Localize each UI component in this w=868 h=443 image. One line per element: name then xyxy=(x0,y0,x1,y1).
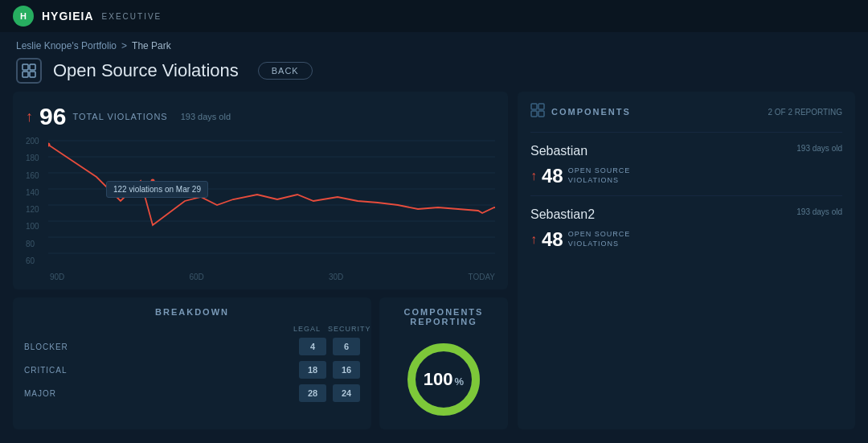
y-label-120: 120 xyxy=(26,205,39,214)
breadcrumb-portfolio[interactable]: Leslie Knope's Portfolio xyxy=(16,40,117,51)
main-content: ↑ 96 TOTAL VIOLATIONS 193 days old 200 1… xyxy=(0,92,868,429)
breakdown-row-blocker: BLOCKER 4 6 xyxy=(24,338,360,355)
component-name-1: Sebastian xyxy=(530,144,588,158)
component-violations-1: ↑ 48 OPEN SOURCE VIOLATIONS xyxy=(530,165,842,187)
breadcrumb: Leslie Knope's Portfolio > The Park xyxy=(0,32,868,55)
breakdown-label-blocker: BLOCKER xyxy=(24,343,299,351)
svg-point-12 xyxy=(47,143,51,147)
component-age-2: 193 days old xyxy=(796,207,842,216)
y-label-100: 100 xyxy=(26,222,39,231)
app-title: HYGIEIA xyxy=(42,10,94,23)
components-reporting-card: COMPONENTS REPORTING 100% xyxy=(379,297,508,429)
breakdown-title: BREAKDOWN xyxy=(24,307,360,317)
violations-count: 96 xyxy=(39,103,66,130)
breakdown-row-critical: CRITICAL 18 16 xyxy=(24,361,360,379)
components-title-row: COMPONENTS xyxy=(530,103,631,121)
y-label-80: 80 xyxy=(26,240,39,248)
top-navigation: H HYGIEIA EXECUTIVE xyxy=(0,0,868,32)
y-label-200: 200 xyxy=(26,137,39,146)
component-age-1: 193 days old xyxy=(796,144,842,153)
component-up-arrow-2: ↑ xyxy=(530,232,537,247)
breakdown-label-major: MAJOR xyxy=(24,389,299,398)
breakdown-col-headers: LEGAL SECURITY xyxy=(24,325,360,333)
y-label-180: 180 xyxy=(26,154,39,162)
components-icon xyxy=(530,103,545,121)
donut-percentage: 100 xyxy=(424,369,453,390)
violations-header: ↑ 96 TOTAL VIOLATIONS 193 days old xyxy=(26,103,495,130)
y-axis-labels: 200 180 160 140 120 100 80 60 xyxy=(26,137,39,265)
logo-icon: H xyxy=(13,6,34,27)
y-label-140: 140 xyxy=(26,188,39,197)
svg-rect-19 xyxy=(531,111,537,117)
svg-rect-0 xyxy=(23,64,28,70)
left-panel: ↑ 96 TOTAL VIOLATIONS 193 days old 200 1… xyxy=(13,92,508,429)
badge-blocker-security: 6 xyxy=(333,338,360,355)
component-viol-label-2: OPEN SOURCE VIOLATIONS xyxy=(568,230,631,248)
component-viol-label-1: OPEN SOURCE VIOLATIONS xyxy=(568,166,631,185)
page-title: Open Source Violations xyxy=(53,60,239,81)
badge-critical-security: 16 xyxy=(333,361,360,379)
up-arrow-icon: ↑ xyxy=(26,109,33,125)
donut-pct-symbol: % xyxy=(455,375,465,388)
component-up-arrow-1: ↑ xyxy=(530,169,537,183)
badge-critical-legal: 18 xyxy=(299,361,326,379)
page-header: Open Source Violations BACK xyxy=(0,55,868,92)
component-name-2: Sebastian2 xyxy=(530,207,595,222)
badge-major-security: 24 xyxy=(333,384,360,402)
components-header: COMPONENTS 2 OF 2 REPORTING xyxy=(530,103,842,121)
breakdown-card: BREAKDOWN LEGAL SECURITY BLOCKER 4 6 CRI… xyxy=(13,297,371,429)
svg-rect-18 xyxy=(538,104,544,109)
svg-rect-1 xyxy=(30,64,35,70)
page-icon xyxy=(16,58,42,84)
component-item-sebastian[interactable]: Sebastian 193 days old ↑ 48 OPEN SOURCE … xyxy=(530,132,842,195)
breakdown-label-critical: CRITICAL xyxy=(24,366,299,375)
violations-age: 193 days old xyxy=(181,112,231,121)
x-axis-labels: 90D 60D 30D TODAY xyxy=(50,273,495,281)
badge-major-legal: 28 xyxy=(299,384,326,402)
component-violations-2: ↑ 48 OPEN SOURCE VIOLATIONS xyxy=(530,228,842,251)
right-panel: COMPONENTS 2 OF 2 REPORTING Sebastian 19… xyxy=(518,92,855,429)
breakdown-col-security: SECURITY xyxy=(328,325,357,333)
component-count-1: 48 xyxy=(542,165,563,187)
component-item-header-2: Sebastian2 193 days old xyxy=(530,207,842,222)
chart-svg xyxy=(26,137,495,281)
svg-rect-2 xyxy=(23,72,28,77)
violations-label: TOTAL VIOLATIONS xyxy=(72,112,167,121)
breakdown-col-legal: LEGAL xyxy=(293,325,321,333)
chart-area: 200 180 160 140 120 100 80 60 xyxy=(26,137,495,281)
breakdown-row-major: MAJOR 28 24 xyxy=(24,384,360,402)
components-card: COMPONENTS 2 OF 2 REPORTING Sebastian 19… xyxy=(518,92,855,429)
app-subtitle: EXECUTIVE xyxy=(102,12,162,21)
breadcrumb-current: The Park xyxy=(132,40,171,51)
component-item-sebastian2[interactable]: Sebastian2 193 days old ↑ 48 OPEN SOURCE… xyxy=(530,195,842,259)
badge-blocker-legal: 4 xyxy=(299,338,326,355)
x-label-60d: 60D xyxy=(189,273,203,281)
svg-rect-17 xyxy=(531,104,537,109)
donut-label: 100% xyxy=(424,369,464,390)
component-count-2: 48 xyxy=(542,228,563,251)
svg-rect-3 xyxy=(30,72,35,77)
x-label-today: TODAY xyxy=(468,273,495,281)
svg-rect-20 xyxy=(538,111,544,117)
donut-chart: 100% xyxy=(403,339,484,420)
back-button[interactable]: BACK xyxy=(258,62,313,80)
breakdown-badges-critical: 18 16 xyxy=(299,361,360,379)
chart-card: ↑ 96 TOTAL VIOLATIONS 193 days old 200 1… xyxy=(13,92,508,289)
y-label-160: 160 xyxy=(26,171,39,180)
x-label-30d: 30D xyxy=(329,273,343,281)
components-reporting-title: COMPONENTS REPORTING xyxy=(391,307,497,326)
reporting-badge: 2 OF 2 REPORTING xyxy=(768,108,842,117)
breakdown-badges-blocker: 4 6 xyxy=(299,338,360,355)
chart-tooltip: 122 violations on Mar 29 xyxy=(106,181,208,198)
bottom-row: BREAKDOWN LEGAL SECURITY BLOCKER 4 6 CRI… xyxy=(13,297,508,429)
breadcrumb-separator: > xyxy=(121,40,127,51)
breakdown-badges-major: 28 24 xyxy=(299,384,360,402)
component-item-header-1: Sebastian 193 days old xyxy=(530,144,842,158)
x-label-90d: 90D xyxy=(50,273,64,281)
components-title: COMPONENTS xyxy=(551,107,631,117)
y-label-60: 60 xyxy=(26,256,39,265)
